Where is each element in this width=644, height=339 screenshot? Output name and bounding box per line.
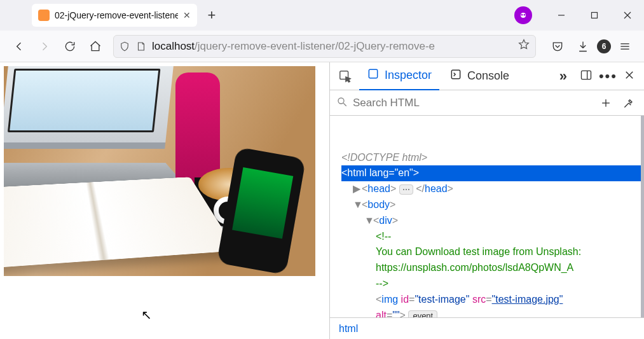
downloads-button[interactable] <box>572 35 594 58</box>
account-badge[interactable]: 6 <box>597 39 611 53</box>
dom-comment-close[interactable]: --> <box>341 278 388 289</box>
test-image[interactable] <box>4 66 315 276</box>
devtools-close-button[interactable] <box>624 69 635 83</box>
window-close-button[interactable] <box>611 0 644 31</box>
devtools-dock-button[interactable] <box>580 69 593 84</box>
new-tab-button[interactable]: + <box>202 6 221 25</box>
expand-toggle-icon[interactable]: ▶ <box>353 181 362 197</box>
address-host: localhost <box>152 40 195 52</box>
search-html-input[interactable] <box>353 97 592 109</box>
tracking-shield-icon[interactable] <box>119 41 130 52</box>
inspector-tab-label: Inspector <box>385 69 432 82</box>
dom-comment-node[interactable]: <!-- <box>341 231 391 242</box>
svg-point-1 <box>521 14 523 16</box>
svg-rect-13 <box>581 71 591 79</box>
extension-badge[interactable] <box>514 6 532 24</box>
dom-comment-line[interactable]: You can Download test image from Unsplas… <box>341 246 581 257</box>
window-maximize-button[interactable] <box>578 0 611 31</box>
collapse-toggle-icon[interactable]: ▼ <box>364 213 373 229</box>
console-tab[interactable]: Console <box>442 62 517 90</box>
inspector-icon <box>367 67 380 83</box>
address-bar[interactable]: localhost/jquery-remove-event-listener/0… <box>113 35 536 58</box>
dom-html-node[interactable]: <html lang="en"> <box>341 165 644 181</box>
address-path: /jquery-remove-event-listener/02-jQuery-… <box>195 40 435 52</box>
svg-rect-4 <box>592 13 598 18</box>
eyedropper-button[interactable] <box>620 94 638 112</box>
nav-back-button[interactable] <box>8 35 31 58</box>
devtools-tabbar: Inspector Console » ••• <box>330 62 644 90</box>
nav-reload-button[interactable] <box>58 35 81 58</box>
nav-forward-button[interactable] <box>33 35 56 58</box>
ellipsis-icon[interactable]: ⋯ <box>399 184 413 195</box>
content-area: ↖ Inspector Console » ••• <box>0 62 644 339</box>
dom-div-node[interactable]: ▼<div> <box>341 215 398 226</box>
svg-point-2 <box>524 14 526 16</box>
event-badge[interactable]: event <box>408 310 437 317</box>
app-menu-button[interactable] <box>613 35 636 58</box>
tab-strip: 02-jQuery-remove-event-listene ✕ + <box>0 0 644 31</box>
devtools-search-bar <box>330 90 644 116</box>
inspector-tab[interactable]: Inspector <box>359 62 439 90</box>
window-controls <box>514 0 644 31</box>
svg-point-17 <box>338 98 344 104</box>
search-icon <box>336 96 348 110</box>
svg-rect-11 <box>369 69 377 78</box>
window-minimize-button[interactable] <box>545 0 578 31</box>
page-viewport: ↖ <box>0 62 329 339</box>
tab-close-icon[interactable]: ✕ <box>183 10 191 20</box>
dom-img-node[interactable]: <img id="test-image" src="test-image.jpg… <box>341 294 563 317</box>
browser-toolbar: localhost/jquery-remove-event-listener/0… <box>0 31 644 62</box>
collapse-toggle-icon[interactable]: ▼ <box>353 197 362 213</box>
devtools-overflow-button[interactable]: » <box>552 62 573 90</box>
dom-head-node[interactable]: ▶<head> ⋯ </head> <box>341 183 453 194</box>
breadcrumb-html[interactable]: html <box>339 323 358 335</box>
devtools-panel: Inspector Console » ••• <box>329 62 644 339</box>
element-picker-button[interactable] <box>334 65 357 88</box>
add-node-button[interactable] <box>597 94 615 112</box>
svg-line-18 <box>343 103 346 106</box>
site-info-icon[interactable] <box>135 41 147 52</box>
mouse-cursor-icon: ↖ <box>141 307 152 322</box>
xampp-favicon <box>38 10 50 21</box>
browser-tab[interactable]: 02-jQuery-remove-event-listene ✕ <box>32 4 197 27</box>
dom-tree[interactable]: <!DOCTYPE html> <html lang="en"> ▶<head>… <box>330 116 644 317</box>
pocket-button[interactable] <box>546 35 569 58</box>
tab-title: 02-jQuery-remove-event-listene <box>55 10 178 20</box>
console-icon <box>449 68 462 84</box>
bookmark-star-icon[interactable] <box>517 38 530 54</box>
address-text: localhost/jquery-remove-event-listener/0… <box>152 40 512 53</box>
nav-home-button[interactable] <box>84 35 107 58</box>
devtools-menu-button[interactable]: ••• <box>599 68 617 85</box>
dom-body-node[interactable]: ▼<body> <box>341 199 395 210</box>
console-tab-label: Console <box>467 69 509 83</box>
dom-comment-line[interactable]: https://unsplash.com/photos/lsdA8QpWN_A <box>341 262 573 273</box>
breadcrumb-bar[interactable]: html <box>330 317 644 339</box>
dom-doctype[interactable]: <!DOCTYPE html> <box>341 152 427 163</box>
